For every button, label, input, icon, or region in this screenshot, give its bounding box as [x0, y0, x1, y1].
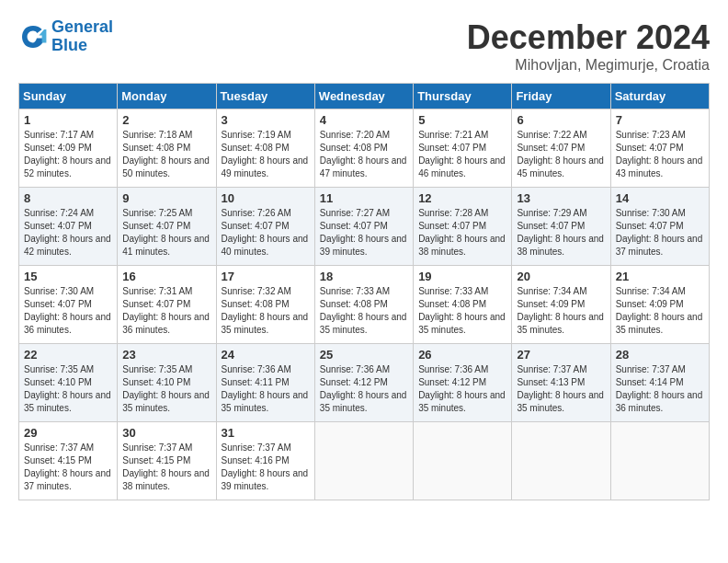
day-number: 10 — [222, 191, 310, 205]
cell-content: Sunrise: 7:33 AM Sunset: 4:08 PM Dayligh… — [320, 285, 408, 337]
day-number: 28 — [616, 348, 704, 362]
cell-content: Sunrise: 7:21 AM Sunset: 4:07 PM Dayligh… — [418, 129, 506, 180]
calendar-week-row: 22 Sunrise: 7:35 AM Sunset: 4:10 PM Dayl… — [19, 344, 710, 422]
cell-content: Sunrise: 7:26 AM Sunset: 4:07 PM Dayligh… — [222, 207, 310, 259]
cell-content: Sunrise: 7:37 AM Sunset: 4:15 PM Dayligh… — [24, 442, 112, 493]
day-number: 16 — [122, 270, 210, 283]
calendar-cell: 10 Sunrise: 7:26 AM Sunset: 4:07 PM Dayl… — [216, 188, 314, 266]
calendar-cell — [314, 422, 413, 500]
cell-content: Sunrise: 7:36 AM Sunset: 4:12 PM Dayligh… — [418, 363, 506, 415]
calendar-cell: 28 Sunrise: 7:37 AM Sunset: 4:14 PM Dayl… — [610, 344, 709, 422]
cell-content: Sunrise: 7:37 AM Sunset: 4:15 PM Dayligh… — [122, 442, 210, 493]
cell-content: Sunrise: 7:36 AM Sunset: 4:12 PM Dayligh… — [320, 363, 408, 415]
calendar-cell: 22 Sunrise: 7:35 AM Sunset: 4:10 PM Dayl… — [19, 344, 118, 422]
calendar-cell: 6 Sunrise: 7:22 AM Sunset: 4:07 PM Dayli… — [512, 109, 610, 188]
day-number: 14 — [616, 191, 704, 205]
day-number: 22 — [24, 348, 112, 362]
cell-content: Sunrise: 7:32 AM Sunset: 4:08 PM Dayligh… — [222, 285, 310, 337]
title-area: December 2024 Mihovljan, Megimurje, Croa… — [467, 18, 710, 74]
logo: General Blue — [18, 18, 113, 55]
day-number: 2 — [122, 113, 210, 127]
cell-content: Sunrise: 7:34 AM Sunset: 4:09 PM Dayligh… — [616, 285, 704, 337]
weekday-header: Thursday — [414, 84, 512, 109]
month-title: December 2024 — [467, 18, 710, 57]
day-number: 8 — [24, 191, 112, 205]
calendar-cell: 8 Sunrise: 7:24 AM Sunset: 4:07 PM Dayli… — [19, 188, 118, 266]
weekday-header: Wednesday — [314, 84, 413, 109]
weekday-header: Tuesday — [216, 84, 314, 109]
day-number: 20 — [517, 270, 605, 283]
calendar-cell: 3 Sunrise: 7:19 AM Sunset: 4:08 PM Dayli… — [216, 109, 314, 188]
calendar-cell: 14 Sunrise: 7:30 AM Sunset: 4:07 PM Dayl… — [610, 188, 709, 266]
calendar-body: 1 Sunrise: 7:17 AM Sunset: 4:09 PM Dayli… — [19, 109, 710, 500]
calendar-cell: 18 Sunrise: 7:33 AM Sunset: 4:08 PM Dayl… — [314, 266, 413, 344]
logo-text: General Blue — [51, 18, 113, 55]
calendar-cell — [610, 422, 709, 500]
cell-content: Sunrise: 7:27 AM Sunset: 4:07 PM Dayligh… — [320, 207, 408, 259]
day-number: 21 — [616, 270, 704, 283]
day-number: 18 — [320, 270, 408, 283]
day-number: 24 — [222, 348, 310, 362]
calendar-cell: 26 Sunrise: 7:36 AM Sunset: 4:12 PM Dayl… — [414, 344, 512, 422]
weekday-header: Monday — [118, 84, 216, 109]
calendar-cell: 31 Sunrise: 7:37 AM Sunset: 4:16 PM Dayl… — [216, 422, 314, 500]
cell-content: Sunrise: 7:23 AM Sunset: 4:07 PM Dayligh… — [616, 129, 704, 180]
calendar-cell: 4 Sunrise: 7:20 AM Sunset: 4:08 PM Dayli… — [314, 109, 413, 188]
calendar-cell: 1 Sunrise: 7:17 AM Sunset: 4:09 PM Dayli… — [19, 109, 118, 188]
cell-content: Sunrise: 7:29 AM Sunset: 4:07 PM Dayligh… — [517, 207, 605, 259]
weekday-header: Saturday — [610, 84, 709, 109]
day-number: 3 — [222, 113, 310, 127]
cell-content: Sunrise: 7:36 AM Sunset: 4:11 PM Dayligh… — [222, 363, 310, 415]
cell-content: Sunrise: 7:30 AM Sunset: 4:07 PM Dayligh… — [24, 285, 112, 337]
calendar-header: SundayMondayTuesdayWednesdayThursdayFrid… — [19, 84, 710, 109]
day-number: 27 — [517, 348, 605, 362]
day-number: 6 — [517, 113, 605, 127]
cell-content: Sunrise: 7:37 AM Sunset: 4:13 PM Dayligh… — [517, 363, 605, 415]
day-number: 5 — [418, 113, 506, 127]
cell-content: Sunrise: 7:35 AM Sunset: 4:10 PM Dayligh… — [24, 363, 112, 415]
logo-icon — [18, 22, 48, 52]
calendar-cell: 13 Sunrise: 7:29 AM Sunset: 4:07 PM Dayl… — [512, 188, 610, 266]
day-number: 25 — [320, 348, 408, 362]
calendar-table: SundayMondayTuesdayWednesdayThursdayFrid… — [18, 83, 710, 500]
day-number: 30 — [122, 426, 210, 440]
calendar-cell: 27 Sunrise: 7:37 AM Sunset: 4:13 PM Dayl… — [512, 344, 610, 422]
calendar-cell: 19 Sunrise: 7:33 AM Sunset: 4:08 PM Dayl… — [414, 266, 512, 344]
calendar-cell: 9 Sunrise: 7:25 AM Sunset: 4:07 PM Dayli… — [118, 188, 216, 266]
day-number: 29 — [24, 426, 112, 440]
cell-content: Sunrise: 7:37 AM Sunset: 4:14 PM Dayligh… — [616, 363, 704, 415]
day-number: 26 — [418, 348, 506, 362]
calendar-cell: 25 Sunrise: 7:36 AM Sunset: 4:12 PM Dayl… — [314, 344, 413, 422]
day-number: 23 — [122, 348, 210, 362]
calendar-cell: 5 Sunrise: 7:21 AM Sunset: 4:07 PM Dayli… — [414, 109, 512, 188]
cell-content: Sunrise: 7:22 AM Sunset: 4:07 PM Dayligh… — [517, 129, 605, 180]
cell-content: Sunrise: 7:17 AM Sunset: 4:09 PM Dayligh… — [24, 129, 112, 180]
day-number: 15 — [24, 270, 112, 283]
day-number: 19 — [418, 270, 506, 283]
calendar-cell: 2 Sunrise: 7:18 AM Sunset: 4:08 PM Dayli… — [118, 109, 216, 188]
day-number: 4 — [320, 113, 408, 127]
calendar-cell: 16 Sunrise: 7:31 AM Sunset: 4:07 PM Dayl… — [118, 266, 216, 344]
calendar-cell: 12 Sunrise: 7:28 AM Sunset: 4:07 PM Dayl… — [414, 188, 512, 266]
calendar-cell — [512, 422, 610, 500]
cell-content: Sunrise: 7:28 AM Sunset: 4:07 PM Dayligh… — [418, 207, 506, 259]
calendar-cell: 11 Sunrise: 7:27 AM Sunset: 4:07 PM Dayl… — [314, 188, 413, 266]
cell-content: Sunrise: 7:24 AM Sunset: 4:07 PM Dayligh… — [24, 207, 112, 259]
day-number: 12 — [418, 191, 506, 205]
day-number: 7 — [616, 113, 704, 127]
day-number: 31 — [222, 426, 310, 440]
weekday-row: SundayMondayTuesdayWednesdayThursdayFrid… — [19, 84, 710, 109]
cell-content: Sunrise: 7:34 AM Sunset: 4:09 PM Dayligh… — [517, 285, 605, 337]
cell-content: Sunrise: 7:19 AM Sunset: 4:08 PM Dayligh… — [222, 129, 310, 180]
day-number: 11 — [320, 191, 408, 205]
calendar-week-row: 1 Sunrise: 7:17 AM Sunset: 4:09 PM Dayli… — [19, 109, 710, 188]
cell-content: Sunrise: 7:37 AM Sunset: 4:16 PM Dayligh… — [222, 442, 310, 493]
cell-content: Sunrise: 7:35 AM Sunset: 4:10 PM Dayligh… — [122, 363, 210, 415]
calendar-cell: 15 Sunrise: 7:30 AM Sunset: 4:07 PM Dayl… — [19, 266, 118, 344]
cell-content: Sunrise: 7:18 AM Sunset: 4:08 PM Dayligh… — [122, 129, 210, 180]
cell-content: Sunrise: 7:33 AM Sunset: 4:08 PM Dayligh… — [418, 285, 506, 337]
calendar-week-row: 15 Sunrise: 7:30 AM Sunset: 4:07 PM Dayl… — [19, 266, 710, 344]
calendar-week-row: 29 Sunrise: 7:37 AM Sunset: 4:15 PM Dayl… — [19, 422, 710, 500]
calendar-week-row: 8 Sunrise: 7:24 AM Sunset: 4:07 PM Dayli… — [19, 188, 710, 266]
cell-content: Sunrise: 7:25 AM Sunset: 4:07 PM Dayligh… — [122, 207, 210, 259]
